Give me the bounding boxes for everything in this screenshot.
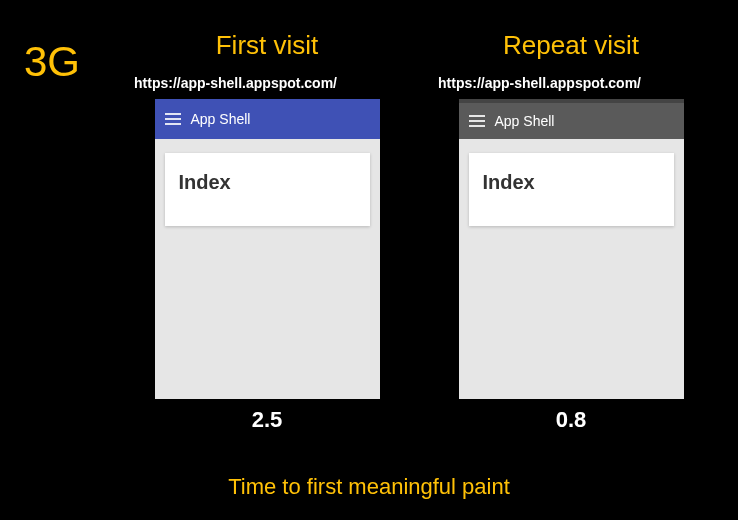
first-visit-title: First visit bbox=[216, 30, 319, 61]
first-visit-url: https://app-shell.appspot.com/ bbox=[130, 75, 337, 91]
first-visit-phone: App Shell Index bbox=[155, 99, 380, 399]
repeat-appbar-title: App Shell bbox=[495, 113, 555, 129]
repeat-phone-body: Index bbox=[459, 139, 684, 399]
repeat-visit-url: https://app-shell.appspot.com/ bbox=[434, 75, 641, 91]
first-card: Index bbox=[165, 153, 370, 226]
comparison-columns: First visit https://app-shell.appspot.co… bbox=[130, 30, 708, 433]
hamburger-icon[interactable] bbox=[165, 113, 181, 125]
repeat-card-heading: Index bbox=[483, 171, 660, 194]
repeat-visit-column: Repeat visit https://app-shell.appspot.c… bbox=[434, 30, 708, 433]
network-badge: 3G bbox=[24, 38, 80, 86]
first-card-heading: Index bbox=[179, 171, 356, 194]
first-visit-column: First visit https://app-shell.appspot.co… bbox=[130, 30, 404, 433]
repeat-visit-timing: 0.8 bbox=[556, 407, 587, 433]
first-phone-body: Index bbox=[155, 139, 380, 399]
first-visit-timing: 2.5 bbox=[252, 407, 283, 433]
first-appbar: App Shell bbox=[155, 99, 380, 139]
repeat-visit-phone: App Shell Index bbox=[459, 99, 684, 399]
repeat-visit-title: Repeat visit bbox=[503, 30, 639, 61]
hamburger-icon[interactable] bbox=[469, 115, 485, 127]
repeat-appbar: App Shell bbox=[459, 99, 684, 139]
caption: Time to first meaningful paint bbox=[0, 474, 738, 500]
first-appbar-title: App Shell bbox=[191, 111, 251, 127]
repeat-card: Index bbox=[469, 153, 674, 226]
